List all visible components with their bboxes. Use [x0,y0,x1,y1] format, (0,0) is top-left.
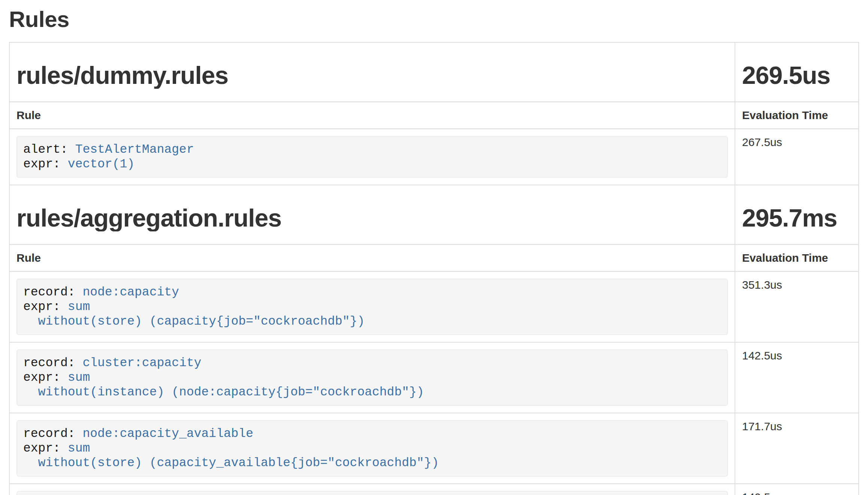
code-line: expr: sum [23,370,721,385]
rule-row: record: cluster:capacity_availableexpr: … [9,484,859,495]
rule-evaluation-time-cell: 267.5us [735,129,859,185]
group-evaluation-time: 295.7ms [742,205,852,231]
rule-column-header: Rule [9,245,735,271]
rule-evaluation-time-cell: 351.3us [735,271,859,342]
rule-code-block: alert: TestAlertManagerexpr: vector(1) [16,136,728,178]
group-file-name: rules/aggregation.rules [16,205,728,231]
group-header-row: rules/dummy.rules269.5us [9,42,859,102]
rule-cell: record: cluster:capacityexpr: sum withou… [9,342,735,413]
rule-expression-link[interactable]: TestAlertManager [75,143,194,157]
rule-keyword: expr: [23,441,68,455]
rule-expression-link[interactable]: sum [68,371,90,385]
rule-expression-link[interactable]: sum [68,300,90,314]
group-file-cell: rules/dummy.rules [9,42,735,102]
code-line: record: node:capacity [23,285,721,300]
rule-cell: alert: TestAlertManagerexpr: vector(1) [9,129,735,185]
rule-expression-link[interactable]: cluster:capacity [82,356,201,370]
group-evaluation-time-cell: 269.5us [735,42,859,102]
rule-column-header: Rule [9,102,735,129]
rule-row: record: node:capacityexpr: sum without(s… [9,271,859,342]
code-line: alert: TestAlertManager [23,142,721,157]
rule-keyword: alert: [23,143,75,157]
group-evaluation-time-cell: 295.7ms [735,185,859,245]
group-file-cell: rules/aggregation.rules [9,185,735,245]
rule-expression-link[interactable]: node:capacity [82,285,179,299]
columns-header-row: RuleEvaluation Time [9,102,859,129]
rule-expression-link[interactable]: without(instance) (node:capacity{job="co… [23,385,424,399]
code-line: expr: sum [23,441,721,456]
evaluation-time-column-header: Evaluation Time [735,245,859,271]
rule-keyword: record: [23,285,82,299]
rules-table-body: rules/dummy.rules269.5usRuleEvaluation T… [9,42,859,495]
code-line: expr: sum [23,300,721,314]
rules-page: Rules rules/dummy.rules269.5usRuleEvalua… [9,7,859,495]
evaluation-time-column-header: Evaluation Time [735,102,859,129]
rule-keyword: expr: [23,157,68,171]
rule-expression-link[interactable]: vector(1) [68,157,135,171]
code-line: without(store) (capacity{job="cockroachd… [23,314,721,329]
rule-cell: record: cluster:capacity_availableexpr: … [9,484,735,495]
rule-code-block: record: cluster:capacityexpr: sum withou… [16,349,728,406]
rules-table: rules/dummy.rules269.5usRuleEvaluation T… [9,42,859,495]
rule-code-block: record: cluster:capacity_availableexpr: … [16,491,728,495]
rule-expression-link[interactable]: node:capacity_available [82,427,253,441]
rule-expression-link[interactable]: without(store) (capacity{job="cockroachd… [23,315,365,328]
rule-row: record: cluster:capacityexpr: sum withou… [9,342,859,413]
rule-evaluation-time-cell: 140.5us [735,484,859,495]
group-file-name: rules/dummy.rules [16,62,728,89]
rule-code-block: record: node:capacityexpr: sum without(s… [16,279,728,335]
rule-expression-link[interactable]: without(store) (capacity_available{job="… [23,456,439,470]
rule-row: alert: TestAlertManagerexpr: vector(1)26… [9,129,859,185]
rule-expression-link[interactable]: sum [68,441,90,455]
rule-evaluation-time-cell: 142.5us [735,342,859,413]
code-line: record: node:capacity_available [23,426,721,441]
group-header-row: rules/aggregation.rules295.7ms [9,185,859,245]
page-title: Rules [9,7,859,32]
rule-row: record: node:capacity_availableexpr: sum… [9,413,859,484]
rule-cell: record: node:capacity_availableexpr: sum… [9,413,735,484]
rule-evaluation-time-cell: 171.7us [735,413,859,484]
rule-code-block: record: node:capacity_availableexpr: sum… [16,420,728,477]
rule-keyword: record: [23,356,82,370]
rule-keyword: expr: [23,371,68,385]
rule-keyword: record: [23,427,82,441]
columns-header-row: RuleEvaluation Time [9,245,859,271]
rule-cell: record: node:capacityexpr: sum without(s… [9,271,735,342]
code-line: without(instance) (node:capacity{job="co… [23,385,721,400]
rule-keyword: expr: [23,300,68,314]
code-line: expr: vector(1) [23,157,721,171]
code-line: record: cluster:capacity [23,356,721,370]
group-evaluation-time: 269.5us [742,62,852,89]
code-line: without(store) (capacity_available{job="… [23,456,721,470]
